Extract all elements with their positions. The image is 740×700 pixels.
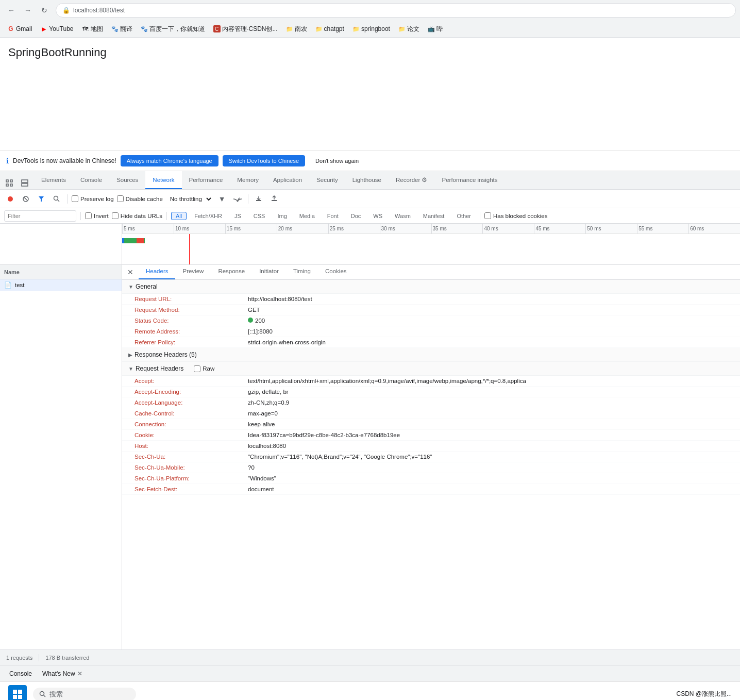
back-button[interactable]: ←	[4, 3, 19, 18]
sec-ch-ua-mobile-val: ?0	[248, 464, 255, 471]
tab-elements[interactable]: Elements	[34, 171, 73, 189]
filter-all[interactable]: All	[171, 212, 187, 220]
forward-button[interactable]: →	[21, 3, 35, 18]
raw-checkbox-label[interactable]: Raw	[194, 365, 214, 372]
filter-wasm[interactable]: Wasm	[390, 212, 415, 220]
panel-tab-headers[interactable]: Headers	[139, 265, 175, 279]
match-language-button[interactable]: Always match Chrome's language	[121, 155, 218, 166]
whats-new-close-icon[interactable]: ✕	[77, 670, 82, 677]
req-host-row: Host: localhost:8080	[122, 441, 740, 452]
mark-50ms: 50 ms	[585, 224, 637, 234]
bookmark-translate[interactable]: 🐾 翻译	[108, 24, 136, 35]
devtools-layout-icon[interactable]	[19, 177, 31, 189]
switch-chinese-button[interactable]: Switch DevTools to Chinese	[223, 155, 305, 166]
bookmark-baidu[interactable]: 🐾 百度一下，你就知道	[138, 24, 208, 35]
sec-ch-ua-mobile-key: Sec-Ch-Ua-Mobile:	[134, 464, 248, 471]
timeline-left	[0, 224, 122, 264]
taskbar-search[interactable]: 搜索	[33, 688, 136, 701]
filter-js[interactable]: JS	[230, 212, 246, 220]
filter-ws[interactable]: WS	[368, 212, 387, 220]
disable-cache-label[interactable]: Disable cache	[117, 195, 163, 202]
bookmark-gmail[interactable]: G Gmail	[4, 24, 35, 34]
bottom-tab-console[interactable]: Console	[4, 668, 37, 679]
filter-input[interactable]	[4, 210, 76, 222]
translate-icon: 🐾	[111, 25, 119, 32]
raw-checkbox[interactable]	[194, 365, 200, 372]
taskbar-search-text: 搜索	[49, 690, 63, 699]
tab-security[interactable]: Security	[309, 171, 345, 189]
filter-icon-button[interactable]	[35, 193, 47, 205]
address-bar[interactable]: 🔒 localhost:8080/test	[56, 3, 736, 18]
clear-button[interactable]	[20, 193, 32, 205]
csdn-icon: C	[213, 25, 221, 32]
windows-start-button[interactable]	[8, 685, 27, 701]
blocked-cookies-checkbox[interactable]	[484, 212, 491, 219]
bottom-tab-whats-new[interactable]: What's New ✕	[37, 668, 88, 679]
bookmark-nannong[interactable]: 📁 南农	[283, 24, 310, 35]
dont-show-button[interactable]: Don't show again	[309, 155, 365, 166]
filter-other[interactable]: Other	[452, 212, 476, 220]
mark-25ms: 25 ms	[328, 224, 380, 234]
tab-sources[interactable]: Sources	[109, 171, 145, 189]
preserve-log-label[interactable]: Preserve log	[72, 195, 114, 202]
bookmark-springboot[interactable]: 📁 springboot	[349, 24, 393, 34]
export-icon[interactable]	[268, 193, 280, 205]
bookmark-paper[interactable]: 📁 论文	[395, 24, 423, 35]
panel-tab-response[interactable]: Response	[211, 265, 252, 279]
bookmark-youtube[interactable]: ▶ YouTube	[37, 24, 76, 34]
panel-tab-cookies[interactable]: Cookies	[318, 265, 354, 279]
record-button[interactable]	[4, 193, 16, 205]
throttle-select[interactable]: No throttling Fast 3G Slow 3G	[166, 194, 213, 204]
filter-manifest[interactable]: Manifest	[418, 212, 449, 220]
svg-point-12	[237, 200, 238, 202]
cache-control-key: Cache-Control:	[134, 410, 248, 416]
bookmark-chatgpt[interactable]: 📁 chatgpt	[312, 24, 347, 34]
bookmark-maps[interactable]: 🗺 地图	[79, 24, 106, 35]
mark-35ms: 35 ms	[431, 224, 483, 234]
filter-img[interactable]: Img	[273, 212, 291, 220]
gmail-icon: G	[7, 25, 14, 32]
search-button[interactable]	[51, 193, 63, 205]
tab-performance[interactable]: Performance	[182, 171, 230, 189]
tab-memory[interactable]: Memory	[230, 171, 266, 189]
tab-recorder[interactable]: Recorder ⚙	[389, 171, 435, 189]
disable-cache-checkbox[interactable]	[117, 195, 124, 202]
hide-data-urls-checkbox[interactable]	[112, 212, 119, 219]
bookmark-bilibili[interactable]: 📺 哔	[425, 24, 446, 35]
browser-titlebar: ← → ↻ 🔒 localhost:8080/test	[0, 0, 740, 21]
tab-network[interactable]: Network	[145, 171, 181, 189]
filter-css[interactable]: CSS	[249, 212, 270, 220]
devtools-select-icon[interactable]	[3, 177, 15, 189]
invert-label[interactable]: Invert	[85, 212, 109, 219]
bookmark-csdn[interactable]: C 内容管理-CSDN创...	[210, 24, 281, 35]
invert-checkbox[interactable]	[85, 212, 92, 219]
general-section-header[interactable]: ▼ General	[122, 280, 740, 294]
document-icon: 📄	[4, 281, 12, 289]
tab-lighthouse[interactable]: Lighthouse	[345, 171, 389, 189]
filter-font[interactable]: Font	[323, 212, 343, 220]
disable-cache-text: Disable cache	[126, 196, 163, 202]
tab-application[interactable]: Application	[266, 171, 309, 189]
hide-data-urls-label[interactable]: Hide data URLs	[112, 212, 162, 219]
wifi-icon[interactable]	[231, 193, 244, 205]
filter-fetch-xhr[interactable]: Fetch/XHR	[190, 212, 227, 220]
request-item-test[interactable]: 📄 test	[0, 279, 122, 291]
tab-console[interactable]: Console	[73, 171, 109, 189]
panel-tab-preview[interactable]: Preview	[175, 265, 211, 279]
panel-tab-initiator[interactable]: Initiator	[252, 265, 286, 279]
youtube-icon: ▶	[40, 25, 47, 32]
filter-doc[interactable]: Doc	[346, 212, 366, 220]
import-icon[interactable]	[253, 193, 265, 205]
preserve-log-checkbox[interactable]	[72, 195, 78, 202]
panel-tab-timing[interactable]: Timing	[286, 265, 318, 279]
filter-media[interactable]: Media	[295, 212, 319, 220]
svg-point-21	[40, 691, 44, 695]
response-headers-section-header[interactable]: ▶ Response Headers (5)	[122, 348, 740, 362]
tab-performance-insights[interactable]: Performance insights	[434, 171, 504, 189]
panel-close-button[interactable]: ✕	[122, 265, 139, 279]
request-headers-section-header[interactable]: ▼ Request Headers Raw	[122, 362, 740, 376]
reload-button[interactable]: ↻	[37, 3, 52, 18]
blocked-cookies-label[interactable]: Has blocked cookies	[484, 212, 547, 219]
throttle-down-icon[interactable]: ▼	[216, 193, 228, 205]
mark-55ms: 55 ms	[637, 224, 688, 234]
